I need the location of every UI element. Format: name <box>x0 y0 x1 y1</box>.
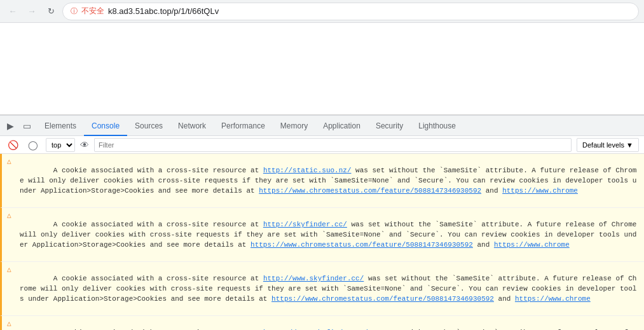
devtools-left-icons: ▶ ▭ <box>3 118 34 134</box>
link-0c[interactable]: https://www.chrome <box>502 187 578 195</box>
tab-network[interactable]: Network <box>170 116 214 136</box>
browser-toolbar: ← → ↻ ⓘ 不安全 k8.ad3.51abc.top/p/1/t/66tQL… <box>0 0 644 23</box>
message-text-3: A cookie associated with a cross-site re… <box>20 317 639 330</box>
link-2c[interactable]: https://www.chrome <box>515 295 591 303</box>
clear-console-icon[interactable]: 🚫 <box>5 137 20 153</box>
preserve-log-icon[interactable]: ◯ <box>25 137 41 153</box>
address-bar[interactable]: ⓘ 不安全 k8.ad3.51abc.top/p/1/t/66tQLv <box>62 3 639 20</box>
device-toolbar-icon[interactable]: ▭ <box>19 118 34 134</box>
tab-performance[interactable]: Performance <box>214 116 273 136</box>
warning-icon-2: △ <box>7 263 16 314</box>
tab-lighthouse[interactable]: Lighthouse <box>411 116 463 136</box>
eye-icon[interactable]: 👁 <box>80 140 89 150</box>
default-levels-button[interactable]: Default levels ▼ <box>577 138 639 152</box>
link-0[interactable]: http://static.suo.nz/ <box>263 167 352 174</box>
url-display: k8.ad3.51abc.top/p/1/t/66tQLv <box>108 6 219 16</box>
filter-input[interactable] <box>94 138 572 152</box>
console-toolbar: 🚫 ◯ top 👁 Default levels ▼ <box>0 136 644 154</box>
message-text-0: A cookie associated with a cross-site re… <box>20 155 639 206</box>
warning-icon-1: △ <box>7 209 16 260</box>
warning-icon-3: △ <box>7 317 16 330</box>
link-1c[interactable]: https://www.chrome <box>494 241 570 249</box>
reload-button[interactable]: ↻ <box>43 4 58 19</box>
message-text-2: A cookie associated with a cross-site re… <box>20 263 639 314</box>
tab-memory[interactable]: Memory <box>273 116 315 136</box>
page-content <box>0 23 644 115</box>
inspect-element-icon[interactable]: ▶ <box>3 118 18 134</box>
console-messages: △ A cookie associated with a cross-site … <box>0 154 644 330</box>
link-0b[interactable]: https://www.chromestatus.com/feature/508… <box>259 187 481 195</box>
forward-icon: → <box>27 6 36 16</box>
tab-sources[interactable]: Sources <box>127 116 170 136</box>
link-2[interactable]: http://www.skyfinder.cc/ <box>263 275 364 282</box>
forward-button[interactable]: → <box>24 4 39 19</box>
tab-console[interactable]: Console <box>84 116 127 136</box>
console-message-3: △ A cookie associated with a cross-site … <box>0 316 644 330</box>
insecure-icon: ⓘ <box>71 6 78 16</box>
link-2b[interactable]: https://www.chromestatus.com/feature/508… <box>271 295 494 303</box>
link-1[interactable]: http://skyfinder.cc/ <box>263 221 347 228</box>
context-selector[interactable]: top <box>46 138 75 152</box>
message-text-1: A cookie associated with a cross-site re… <box>20 209 639 260</box>
console-message-1: △ A cookie associated with a cross-site … <box>0 208 644 262</box>
reload-icon: ↻ <box>48 6 55 16</box>
tab-elements[interactable]: Elements <box>37 116 84 136</box>
link-1b[interactable]: https://www.chromestatus.com/feature/508… <box>250 241 473 249</box>
tab-security[interactable]: Security <box>368 116 411 136</box>
back-icon: ← <box>8 6 17 16</box>
devtools-tabbar: ▶ ▭ Elements Console Sources Network Per… <box>0 116 644 136</box>
back-button[interactable]: ← <box>5 4 20 19</box>
warning-icon-0: △ <box>7 155 16 206</box>
devtools-panel: ▶ ▭ Elements Console Sources Network Per… <box>0 115 644 330</box>
console-message-2: △ A cookie associated with a cross-site … <box>0 262 644 316</box>
console-message-0: △ A cookie associated with a cross-site … <box>0 154 644 208</box>
default-levels-label: Default levels ▼ <box>582 141 633 149</box>
tab-application[interactable]: Application <box>315 116 368 136</box>
insecure-label: 不安全 <box>81 6 104 17</box>
